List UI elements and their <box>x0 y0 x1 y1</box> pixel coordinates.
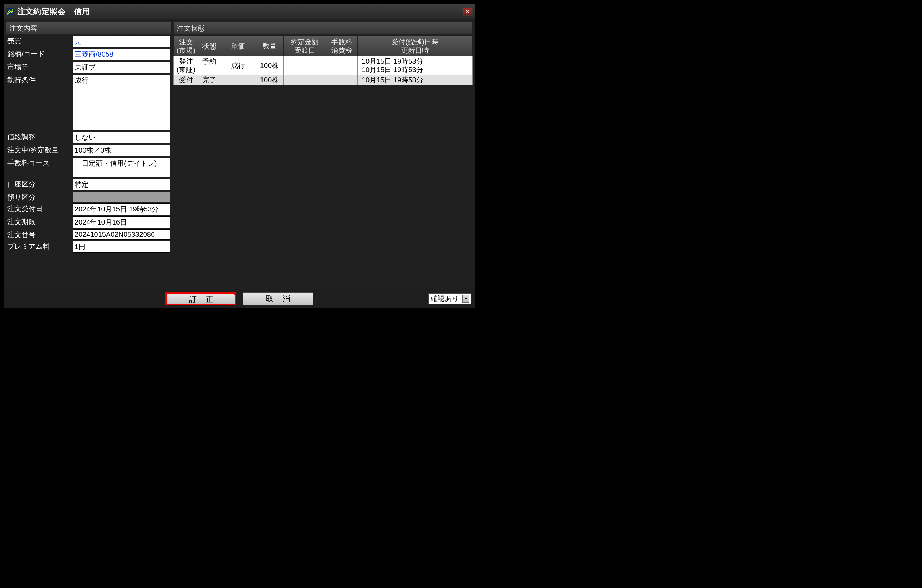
cell-price: 成行 <box>220 56 255 75</box>
value-market: 東証プ <box>73 62 170 73</box>
col-datetime: 受付(繰越)日時更新日時 <box>358 36 472 56</box>
row-market: 市場等 東証プ <box>6 62 172 73</box>
value-custody <box>73 192 170 202</box>
row-account: 口座区分 特定 <box>6 179 172 190</box>
order-details-panel: 注文内容 売買 売 銘柄/コード 三菱商/8058 市場等 東証プ 執行条件 成… <box>6 21 172 287</box>
value-fee: 一日定額・信用(デイトレ) <box>73 158 170 177</box>
value-premium: 1円 <box>73 241 170 253</box>
value-buysell: 売 <box>73 36 170 47</box>
row-fee: 手数料コース 一日定額・信用(デイトレ) <box>6 158 172 177</box>
chevron-down-icon <box>463 295 469 303</box>
row-exec: 執行条件 成行 <box>6 75 172 130</box>
close-button[interactable] <box>463 7 472 16</box>
col-fee-tax: 手数料消費税 <box>326 36 358 56</box>
confirm-mode-dropdown[interactable]: 確認あり <box>428 294 471 304</box>
app-icon <box>5 7 15 16</box>
close-icon <box>465 9 470 14</box>
cell-amount <box>284 56 326 75</box>
footer: 訂 正 取 消 確認あり <box>4 289 475 308</box>
label-orderno: 注文番号 <box>6 229 73 240</box>
order-status-table: 注文(市場) 状態 単価 数量 約定金額受渡日 手数料消費税 受付(繰越)日時更… <box>173 36 472 85</box>
cell-order-market: 発注(東証) <box>174 56 198 75</box>
cell-datetime: 10月15日 19時53分 <box>358 75 472 85</box>
col-amount-settle: 約定金額受渡日 <box>284 36 326 56</box>
col-state: 状態 <box>198 36 220 56</box>
row-premium: プレミアム料 1円 <box>6 241 172 253</box>
label-recvdate: 注文受付日 <box>6 203 73 215</box>
col-price: 単価 <box>220 36 255 56</box>
cell-datetime: 10月15日 19時53分10月15日 19時53分 <box>358 56 472 75</box>
cell-order-market: 受付 <box>174 75 198 85</box>
order-status-body: 注文(市場) 状態 単価 数量 約定金額受渡日 手数料消費税 受付(繰越)日時更… <box>173 35 472 287</box>
order-details-header: 注文内容 <box>6 21 172 35</box>
label-exec: 執行条件 <box>6 75 73 130</box>
table-row[interactable]: 発注(東証) 予約 成行 100株 10月15日 19時53分10月15日 19… <box>174 56 472 75</box>
cell-qty: 100株 <box>255 56 284 75</box>
label-buysell: 売買 <box>6 36 73 47</box>
label-fee: 手数料コース <box>6 158 73 177</box>
value-priceadj: しない <box>73 132 170 143</box>
cell-fee <box>326 56 358 75</box>
label-stock: 銘柄/コード <box>6 49 73 60</box>
label-account: 口座区分 <box>6 179 73 190</box>
order-details-body: 売買 売 銘柄/コード 三菱商/8058 市場等 東証プ 執行条件 成行 値段調… <box>6 35 172 287</box>
row-stock: 銘柄/コード 三菱商/8058 <box>6 49 172 60</box>
correct-button-highlight: 訂 正 <box>165 292 236 305</box>
row-recvdate: 注文受付日 2024年10月15日 19時53分 <box>6 203 172 215</box>
table-head: 注文(市場) 状態 単価 数量 約定金額受渡日 手数料消費税 受付(繰越)日時更… <box>174 36 472 56</box>
row-orderno: 注文番号 20241015A02N05332086 <box>6 229 172 240</box>
value-qty: 100株／0株 <box>73 145 170 156</box>
label-priceadj: 値段調整 <box>6 132 73 143</box>
cell-fee <box>326 75 358 85</box>
col-order-market: 注文(市場) <box>174 36 198 56</box>
row-buysell: 売買 売 <box>6 36 172 47</box>
titlebar: 注文約定照会 信用 <box>4 4 475 20</box>
cell-state: 予約 <box>198 56 220 75</box>
order-status-header: 注文状態 <box>173 21 472 35</box>
row-expire: 注文期限 2024年10月16日 <box>6 216 172 228</box>
window-title: 注文約定照会 信用 <box>17 7 90 17</box>
value-orderno: 20241015A02N05332086 <box>73 229 170 240</box>
label-market: 市場等 <box>6 62 73 73</box>
correct-button[interactable]: 訂 正 <box>167 294 235 304</box>
row-priceadj: 値段調整 しない <box>6 132 172 143</box>
value-exec: 成行 <box>73 75 170 130</box>
value-account: 特定 <box>73 179 170 190</box>
value-stock[interactable]: 三菱商/8058 <box>73 49 170 60</box>
table-row[interactable]: 受付 完了 100株 10月15日 19時53分 <box>174 75 472 85</box>
cell-amount <box>284 75 326 85</box>
label-premium: プレミアム料 <box>6 241 73 253</box>
cancel-button[interactable]: 取 消 <box>243 292 313 305</box>
table-body: 発注(東証) 予約 成行 100株 10月15日 19時53分10月15日 19… <box>174 56 472 85</box>
label-qty: 注文中/約定数量 <box>6 145 73 156</box>
cell-price <box>220 75 255 85</box>
row-qty: 注文中/約定数量 100株／0株 <box>6 145 172 156</box>
confirm-mode-value: 確認あり <box>431 294 459 303</box>
label-custody: 預り区分 <box>6 192 73 202</box>
order-confirmation-window: 注文約定照会 信用 注文内容 売買 売 銘柄/コード 三菱商/8058 <box>3 3 475 308</box>
window-body: 注文内容 売買 売 銘柄/コード 三菱商/8058 市場等 東証プ 執行条件 成… <box>4 20 475 289</box>
col-qty: 数量 <box>255 36 284 56</box>
cell-qty: 100株 <box>255 75 284 85</box>
value-recvdate: 2024年10月15日 19時53分 <box>73 203 170 215</box>
order-status-panel: 注文状態 注文(市場) 状態 単価 数量 約定金額受渡日 <box>173 21 472 287</box>
cell-state: 完了 <box>198 75 220 85</box>
value-expire: 2024年10月16日 <box>73 216 170 228</box>
row-custody: 預り区分 <box>6 192 172 202</box>
svg-marker-3 <box>464 298 468 300</box>
label-expire: 注文期限 <box>6 216 73 228</box>
